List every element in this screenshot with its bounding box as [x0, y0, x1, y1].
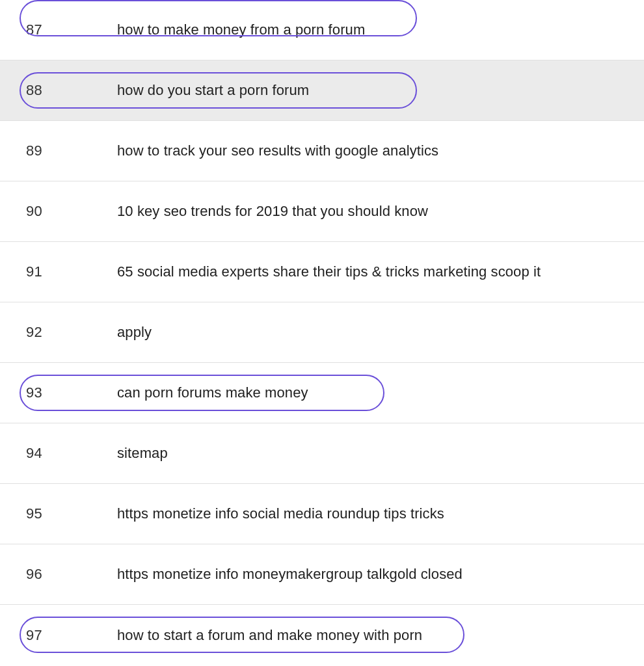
row-number: 88	[26, 82, 117, 99]
row-text: 10 key seo trends for 2019 that you shou…	[117, 203, 428, 220]
row-number: 92	[26, 324, 117, 341]
row-text: https monetize info moneymakergroup talk…	[117, 566, 463, 583]
row-number: 90	[26, 203, 117, 220]
table-row[interactable]: 91 65 social media experts share their t…	[0, 242, 644, 302]
table-row[interactable]: 94 sitemap	[0, 423, 644, 484]
row-text: how to track your seo results with googl…	[117, 142, 438, 159]
row-text: sitemap	[117, 445, 168, 462]
table-row[interactable]: 89 how to track your seo results with go…	[0, 121, 644, 181]
table-row[interactable]: 97 how to start a forum and make money w…	[0, 605, 644, 665]
table-row[interactable]: 93 can porn forums make money	[0, 363, 644, 423]
row-number: 91	[26, 263, 117, 280]
row-text: 65 social media experts share their tips…	[117, 263, 541, 280]
row-text: can porn forums make money	[117, 384, 308, 401]
row-text: apply	[117, 324, 152, 341]
row-number: 87	[26, 21, 117, 38]
row-number: 94	[26, 445, 117, 462]
results-list: 87 how to make money from a porn forum 8…	[0, 0, 644, 665]
table-row[interactable]: 96 https monetize info moneymakergroup t…	[0, 544, 644, 605]
table-row[interactable]: 88 how do you start a porn forum	[0, 60, 644, 121]
table-row[interactable]: 87 how to make money from a porn forum	[0, 0, 644, 60]
row-number: 89	[26, 142, 117, 159]
row-text: how do you start a porn forum	[117, 82, 309, 99]
table-row[interactable]: 92 apply	[0, 302, 644, 363]
row-text: https monetize info social media roundup…	[117, 505, 444, 522]
row-number: 95	[26, 505, 117, 522]
row-number: 97	[26, 627, 117, 644]
table-row[interactable]: 90 10 key seo trends for 2019 that you s…	[0, 181, 644, 242]
row-number: 96	[26, 566, 117, 583]
row-text: how to make money from a porn forum	[117, 21, 365, 38]
table-row[interactable]: 95 https monetize info social media roun…	[0, 484, 644, 544]
row-number: 93	[26, 384, 117, 401]
row-text: how to start a forum and make money with…	[117, 627, 422, 644]
